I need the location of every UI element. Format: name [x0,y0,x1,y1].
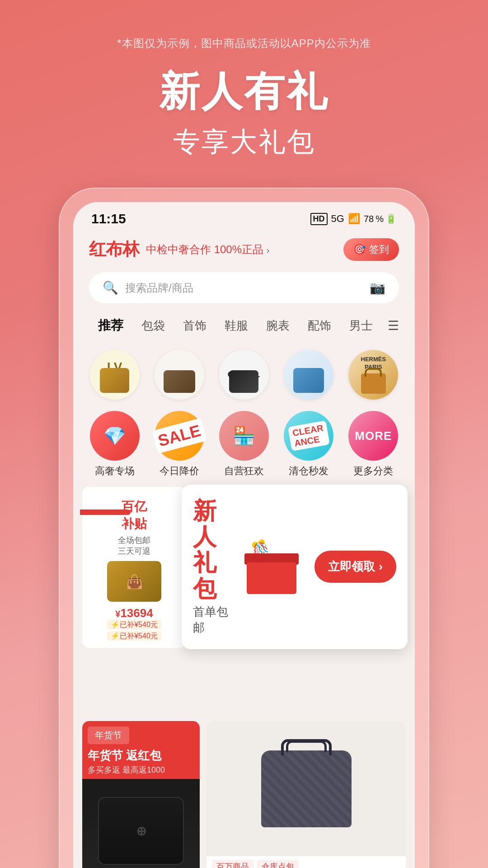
badge-warehouse: 仓库点包 [257,860,299,868]
search-bar[interactable]: 🔍 搜索品牌/商品 📷 [89,272,399,303]
year-festival-subtitle: 多买多返 最高返1000 [82,764,200,779]
nav-tabs: 推荐 包袋 首饰 鞋服 腕表 配饰 男士 ☰ [73,308,415,343]
gift-subtitle: 首单包邮 [193,604,233,636]
promo-bag-image: 👜 [107,561,161,602]
banner-section: *本图仅为示例，图中商品或活动以APP内公示为准 新人有礼 专享大礼包 [0,0,488,160]
tab-watches[interactable]: 腕表 [257,316,299,336]
new-user-text: 新人礼包 首单包邮 [193,498,233,636]
badge-million: 百万商品 [212,860,253,868]
new-user-gift-card[interactable]: 新人礼包 首单包邮 🎊 立即领取 › [182,485,408,649]
brand-item-dior[interactable]: DIOR [284,350,333,400]
main-content: 新人加倍补 百亿 补贴 全场包邮 三天可退 👜 ¥13694 ⚡已补¥540元 [73,480,415,868]
category-self[interactable]: 🏪 自营狂欢 [219,411,269,478]
dior-product-card[interactable]: 百万商品 仓库点包 红布林 [206,721,406,868]
tab-recommend[interactable]: 推荐 [89,315,132,336]
checkin-label: 签到 [369,243,389,256]
battery-icon: 78% 🔋 [364,213,397,224]
tab-jewelry[interactable]: 首饰 [174,316,216,336]
brand-item-hermes[interactable]: HERMÈSPARIS [348,350,398,400]
dior-bag [293,368,324,393]
promo-row: 新人加倍补 百亿 补贴 全场包邮 三天可退 👜 ¥13694 ⚡已补¥540元 [73,480,415,714]
promo-left-card[interactable]: 新人加倍补 百亿 补贴 全场包邮 三天可退 👜 ¥13694 ⚡已补¥540元 [82,487,186,648]
brand-item-gucci[interactable]: GUCCI [155,350,204,400]
banner-subtitle: 专享大礼包 [0,124,488,160]
app-tagline[interactable]: 中检中奢合作 100%正品 › [146,242,337,257]
claim-button[interactable]: 立即领取 › [314,551,396,583]
chanel-promo-card[interactable]: 年货节 年货节 返红包 多买多返 最高返1000 ⊕ 立即抢购› [82,721,200,868]
self-icon: 🏪 [233,425,255,447]
checkin-icon: 🎯 [353,244,366,255]
clearance-label: 清仓秒发 [289,464,328,478]
sale-icon: SALE [152,418,207,453]
claim-arrow: › [379,560,383,574]
signal-icon: 📶 [348,213,360,225]
tab-men[interactable]: 男士 [340,316,382,336]
tab-shoes[interactable]: 鞋服 [216,316,257,336]
self-label: 自营狂欢 [224,464,264,478]
category-grid: 💎 高奢专场 SALE 今日降价 🏪 自营狂欢 CLEARANCE [73,406,415,480]
sale-label: 今日降价 [160,464,199,478]
category-clearance[interactable]: CLEARANCE 清仓秒发 [284,411,333,478]
lv-bag [100,368,129,393]
battery-level: 78 [364,214,374,224]
banner-title: 新人有礼 [0,64,488,119]
product-badges: 百万商品 仓库点包 [206,856,406,868]
tab-accessories[interactable]: 配饰 [299,316,340,336]
claim-label: 立即领取 [328,559,375,575]
dior-product-image [206,721,406,856]
status-time: 11:15 [91,211,126,226]
chanel-bag [229,370,258,393]
app-header: 红布林 中检中奢合作 100%正品 › 🎯 签到 [73,231,415,268]
year-festival-tag: 年货节 [88,726,129,744]
gucci-bag [164,370,195,393]
more-label: 更多分类 [353,464,393,478]
app-logo: 红布林 [89,238,139,261]
category-luxury[interactable]: 💎 高奢专场 [90,411,140,478]
bottom-product-row: 年货节 年货节 返红包 多买多返 最高返1000 ⊕ 立即抢购› [73,714,415,868]
luxury-icon: 💎 [103,425,126,447]
search-icon: 🔍 [103,280,118,295]
hermes-bag [361,373,386,394]
category-sale[interactable]: SALE 今日降价 [155,411,204,478]
tab-bags[interactable]: 包袋 [132,316,174,336]
status-bar: 11:15 HD 5G 📶 78% 🔋 [73,202,415,231]
luxury-label: 高奢专场 [95,464,135,478]
hd-icon: HD [310,213,328,225]
more-icon: MORE [355,429,392,443]
gift-box: 🎊 [242,540,305,594]
brand-item-chanel[interactable]: CHANEL [219,350,269,400]
tagline-text: 中检中奢合作 100%正品 [146,243,263,255]
chanel-product-image: ⊕ [82,779,200,868]
year-festival-title: 年货节 返红包 [82,744,200,764]
clear-icon: CLEARANCE [288,420,330,451]
network-icon: 5G [331,213,344,225]
new-user-side-badge: 新人加倍补 [80,509,131,515]
tagline-arrow: › [267,245,270,255]
brand-grid: LV GUCCI CHANEL [73,343,415,406]
banner-note: *本图仅为示例，图中商品或活动以APP内公示为准 [0,0,488,51]
search-input[interactable]: 搜索品牌/商品 [125,281,363,295]
promo-subsidy-title: 补贴 [122,517,147,531]
checkin-button[interactable]: 🎯 签到 [343,238,399,261]
camera-icon[interactable]: 📷 [370,280,385,295]
category-more[interactable]: MORE 更多分类 [348,411,398,478]
status-icons: HD 5G 📶 78% 🔋 [310,213,397,225]
gift-title: 新人礼包 [193,498,233,602]
nav-more-icon[interactable]: ☰ [388,318,399,333]
phone-mockup: 11:15 HD 5G 📶 78% 🔋 红布林 中检中奢合作 100%正品 › … [59,188,429,868]
brand-item-lv[interactable]: LV [90,350,140,400]
